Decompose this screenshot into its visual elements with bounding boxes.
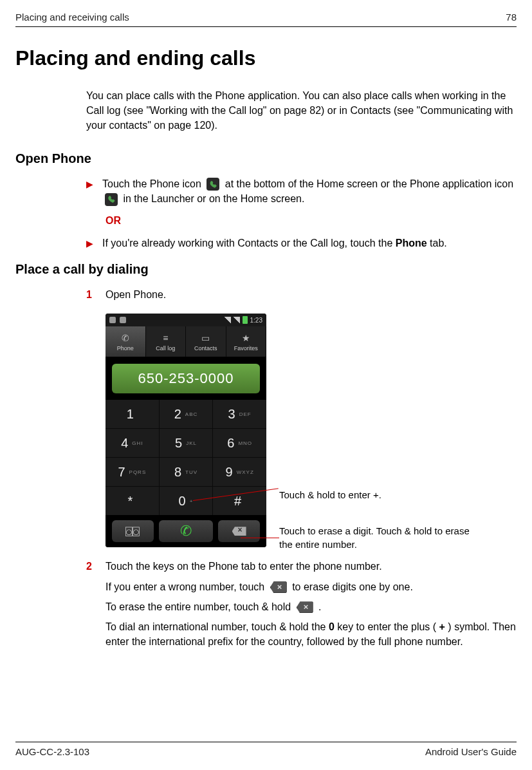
- dial-keypad: 1 2ABC 3DEF 4GHI 5JKL 6MNO 7PQRS 8TUV 9W…: [105, 400, 266, 515]
- step-number-2: 2: [86, 559, 95, 654]
- call-log-icon: ≡: [160, 332, 171, 344]
- backspace-icon: [232, 527, 246, 536]
- intro-paragraph: You can place calls with the Phone appli…: [86, 88, 517, 133]
- footer-guide-name: Android User's Guide: [425, 746, 517, 757]
- key-6[interactable]: 6MNO: [213, 429, 266, 457]
- callout-plus-text: Touch & hold to enter +.: [279, 489, 381, 502]
- step-2-line-3: To erase the entire number, touch & hold…: [105, 599, 517, 614]
- open-phone-bullet-1: ▶ Touch the Phone icon at the bottom of …: [86, 176, 517, 206]
- tab-label: Phone: [117, 345, 134, 352]
- status-icon: [109, 317, 116, 323]
- step-1-row: 1 Open Phone.: [86, 287, 517, 307]
- key-9[interactable]: 9WXYZ: [213, 458, 266, 486]
- bullet2-bold-phone: Phone: [396, 238, 427, 249]
- phone-app-icon: [105, 193, 118, 206]
- call-icon: ✆: [180, 523, 192, 540]
- callout-line-2: [241, 538, 279, 538]
- callout-erase-text: Touch to erase a digit. Touch & hold to …: [279, 525, 479, 551]
- key-8[interactable]: 8TUV: [160, 458, 213, 486]
- triangle-bullet-icon: ▶: [86, 178, 93, 206]
- phone-tab-row: ✆ Phone ≡ Call log ▭ Contacts ★ Favorite…: [105, 326, 266, 357]
- status-bar: 1:23: [105, 314, 266, 326]
- tab-phone[interactable]: ✆ Phone: [105, 326, 146, 357]
- key-4[interactable]: 4GHI: [105, 429, 159, 457]
- open-phone-bullet-2: ▶ If you're already working with Contact…: [86, 236, 517, 250]
- signal-icon: [225, 317, 231, 323]
- page-title: Placing and ending calls: [15, 46, 517, 70]
- bullet2-text-a: If you're already working with Contacts …: [102, 238, 396, 249]
- bullet1-text-a: Touch the Phone icon: [102, 178, 201, 189]
- backspace-button[interactable]: [218, 520, 260, 542]
- voicemail-button[interactable]: ⌼⌼: [112, 520, 154, 542]
- phone-screenshot: 1:23 ✆ Phone ≡ Call log ▭ Contacts ★: [105, 314, 266, 547]
- step-2-line-4: To dial an international number, touch &…: [105, 619, 517, 649]
- key-2[interactable]: 2ABC: [160, 400, 213, 428]
- battery-icon: [243, 316, 248, 324]
- key-3[interactable]: 3DEF: [213, 400, 266, 428]
- key-5[interactable]: 5JKL: [160, 429, 213, 457]
- status-icon: [120, 317, 126, 323]
- tab-contacts[interactable]: ▭ Contacts: [186, 326, 226, 357]
- backspace-icon: [270, 581, 287, 593]
- contacts-icon: ▭: [200, 332, 212, 344]
- call-button[interactable]: ✆: [159, 520, 213, 542]
- key-7[interactable]: 7PQRS: [105, 458, 159, 486]
- phone-icon: [206, 178, 219, 191]
- tab-label: Contacts: [194, 345, 217, 352]
- dialed-number-display: 650-253-0000: [112, 364, 260, 393]
- section-place-call-heading: Place a call by dialing: [15, 262, 517, 277]
- bullet1-text-b: at the bottom of the Home screen or the …: [225, 178, 513, 189]
- phone-tab-icon: ✆: [120, 332, 131, 344]
- backspace-icon: [297, 601, 313, 613]
- favorites-icon: ★: [240, 332, 252, 344]
- step-2-line-1: Touch the keys on the Phone tab to enter…: [105, 559, 517, 574]
- tab-label: Call log: [156, 345, 175, 352]
- bullet2-text-c: tab.: [427, 238, 447, 249]
- key-1[interactable]: 1: [105, 400, 159, 428]
- footer-doc-id: AUG-CC-2.3-103: [15, 746, 89, 757]
- step-1-text: Open Phone.: [105, 287, 517, 302]
- step-number-1: 1: [86, 287, 95, 307]
- step-2-row: 2 Touch the keys on the Phone tab to ent…: [86, 559, 517, 654]
- step-2-line-2: If you enter a wrong number, touch to er…: [105, 579, 517, 594]
- bullet1-text-c: in the Launcher or on the Home screen.: [123, 193, 304, 204]
- header-page-number: 78: [506, 12, 517, 23]
- tab-call-log[interactable]: ≡ Call log: [146, 326, 187, 357]
- key-star[interactable]: *: [105, 487, 159, 515]
- key-0[interactable]: 0+: [160, 487, 213, 515]
- or-separator: OR: [105, 215, 517, 227]
- signal-icon: [234, 317, 240, 323]
- header-rule: [15, 26, 517, 27]
- section-open-phone-heading: Open Phone: [15, 151, 517, 166]
- tab-label: Favorites: [234, 345, 258, 352]
- footer-rule: [15, 742, 517, 742]
- triangle-bullet-icon: ▶: [86, 237, 93, 250]
- dialer-action-row: ⌼⌼ ✆: [105, 515, 266, 547]
- voicemail-icon: ⌼⌼: [125, 525, 140, 538]
- header-chapter: Placing and receiving calls: [15, 12, 129, 23]
- tab-favorites[interactable]: ★ Favorites: [226, 326, 267, 357]
- status-time: 1:23: [250, 317, 262, 324]
